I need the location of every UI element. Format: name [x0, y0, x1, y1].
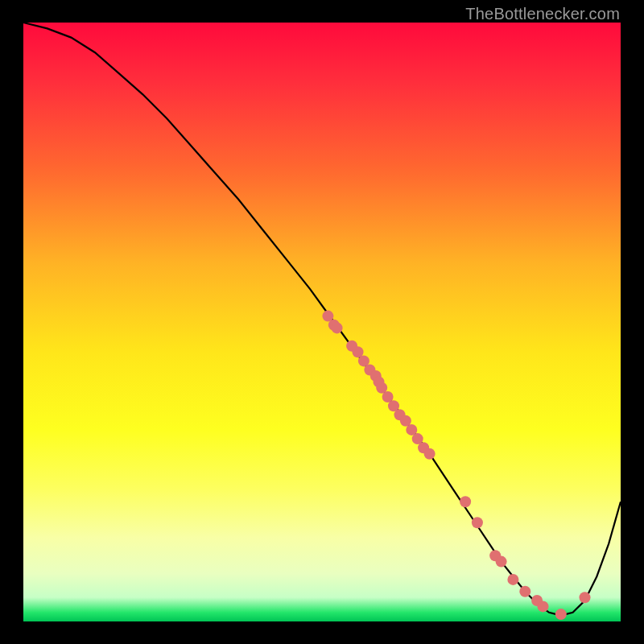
- chart-svg: [23, 23, 621, 621]
- curve-line: [23, 23, 621, 616]
- scatter-dot: [460, 496, 471, 507]
- scatter-dot: [519, 586, 530, 597]
- scatter-dot: [538, 601, 549, 612]
- chart-container: TheBottlenecker.com: [0, 0, 644, 644]
- scatter-dots: [322, 311, 590, 620]
- scatter-dot: [424, 448, 436, 460]
- scatter-dot: [507, 574, 518, 585]
- watermark-text: TheBottlenecker.com: [465, 5, 620, 23]
- scatter-dot: [496, 556, 507, 568]
- scatter-dot: [472, 517, 483, 528]
- scatter-dot: [332, 322, 343, 333]
- scatter-dot: [580, 592, 591, 603]
- scatter-dot: [555, 609, 567, 620]
- plot-area: [23, 23, 621, 621]
